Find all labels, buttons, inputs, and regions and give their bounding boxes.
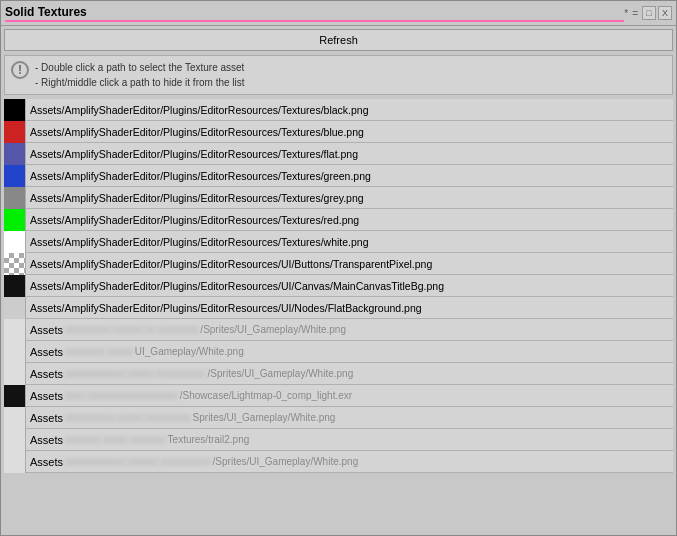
item-path-blurred: Assetsxxxx xxxxxxxxxxxxxxxxxx/Showcase/L… [26, 390, 352, 402]
color-swatch [4, 407, 26, 429]
item-path-blurred: Assetsxxxxxxxxx xxxxxx xx xxxxxxxx/Sprit… [26, 324, 346, 336]
refresh-button[interactable]: Refresh [4, 29, 673, 51]
item-path: Assets/AmplifyShaderEditor/Plugins/Edito… [26, 192, 368, 204]
list-item[interactable]: Assetsxxxxxxxxx xxxxxx xx xxxxxxxx/Sprit… [4, 319, 673, 341]
menu-icon: = [632, 8, 638, 19]
list-item[interactable]: Assets/AmplifyShaderEditor/Plugins/Edito… [4, 99, 673, 121]
pin-icon: * [624, 8, 628, 19]
title-bar: Solid Textures * = □ X [1, 1, 676, 26]
color-swatch [4, 319, 26, 341]
info-icon: ! [11, 61, 29, 79]
list-item[interactable]: Assets/AmplifyShaderEditor/Plugins/Edito… [4, 187, 673, 209]
list-item[interactable]: Assets/AmplifyShaderEditor/Plugins/Edito… [4, 143, 673, 165]
list-item[interactable]: Assets/AmplifyShaderEditor/Plugins/Edito… [4, 231, 673, 253]
list-item[interactable]: Assetsxxxx xxxxxxxxxxxxxxxxxx/Showcase/L… [4, 385, 673, 407]
info-text: - Double click a path to select the Text… [35, 60, 245, 90]
minimize-button[interactable]: □ [642, 6, 656, 20]
item-path: Assets/AmplifyShaderEditor/Plugins/Edito… [26, 214, 363, 226]
list-item[interactable]: Assetsxxxxxxxxxxxx xxxxx xxxxxxxxxx/Spri… [4, 363, 673, 385]
color-swatch [4, 209, 26, 231]
list-item[interactable]: Assets/AmplifyShaderEditor/Plugins/Edito… [4, 165, 673, 187]
color-swatch [4, 99, 26, 121]
list-item[interactable]: Assetsxxxxxxxxxxxx xxxxxx xxxxxxxxxx/Spr… [4, 451, 673, 473]
info-line2: - Right/middle click a path to hide it f… [35, 75, 245, 90]
item-path-blurred: Assetsxxxxxxxxxxxx xxxxx xxxxxxxxxx/Spri… [26, 368, 353, 380]
title-bar-controls: * = □ X [624, 6, 672, 20]
color-swatch [4, 451, 26, 473]
item-path: Assets/AmplifyShaderEditor/Plugins/Edito… [26, 280, 448, 292]
item-path-blurred: Assetsxxxxxxxxxx xxxxx xxxxxxxxxSprites/… [26, 412, 335, 424]
color-swatch [4, 385, 26, 407]
color-swatch [4, 231, 26, 253]
info-box: ! - Double click a path to select the Te… [4, 55, 673, 95]
item-path: Assets/AmplifyShaderEditor/Plugins/Edito… [26, 258, 436, 270]
item-path: Assets/AmplifyShaderEditor/Plugins/Edito… [26, 104, 373, 116]
color-swatch [4, 143, 26, 165]
list-item[interactable]: Assets/AmplifyShaderEditor/Plugins/Edito… [4, 275, 673, 297]
item-path: Assets/AmplifyShaderEditor/Plugins/Edito… [26, 170, 375, 182]
texture-list: Assets/AmplifyShaderEditor/Plugins/Edito… [4, 99, 673, 532]
color-swatch [4, 297, 26, 319]
list-item[interactable]: Assets/AmplifyShaderEditor/Plugins/Edito… [4, 297, 673, 319]
list-item[interactable]: Assetsxxxxxxxx xxxxxUI_Gameplay/White.pn… [4, 341, 673, 363]
item-path-blurred: Assetsxxxxxxx xxxxx xxxxxxxTextures/trai… [26, 434, 249, 446]
item-path: Assets/AmplifyShaderEditor/Plugins/Edito… [26, 148, 362, 160]
color-swatch [4, 275, 26, 297]
list-item[interactable]: Assetsxxxxxxx xxxxx xxxxxxxTextures/trai… [4, 429, 673, 451]
color-swatch [4, 341, 26, 363]
color-swatch [4, 187, 26, 209]
list-item[interactable]: Assets/AmplifyShaderEditor/Plugins/Edito… [4, 253, 673, 275]
color-swatch [4, 165, 26, 187]
color-swatch [4, 253, 26, 275]
color-swatch [4, 363, 26, 385]
item-path: Assets/AmplifyShaderEditor/Plugins/Edito… [26, 302, 426, 314]
window: Solid Textures * = □ X Refresh ! - Doubl… [0, 0, 677, 536]
item-path-blurred: Assetsxxxxxxxx xxxxxUI_Gameplay/White.pn… [26, 346, 244, 358]
color-swatch [4, 429, 26, 451]
color-swatch [4, 121, 26, 143]
close-button[interactable]: X [658, 6, 672, 20]
window-body: Refresh ! - Double click a path to selec… [1, 26, 676, 535]
info-line1: - Double click a path to select the Text… [35, 60, 245, 75]
list-item[interactable]: Assets/AmplifyShaderEditor/Plugins/Edito… [4, 209, 673, 231]
list-item[interactable]: Assetsxxxxxxxxxx xxxxx xxxxxxxxxSprites/… [4, 407, 673, 429]
window-title: Solid Textures [5, 5, 624, 22]
item-path: Assets/AmplifyShaderEditor/Plugins/Edito… [26, 126, 368, 138]
item-path-blurred: Assetsxxxxxxxxxxxx xxxxxx xxxxxxxxxx/Spr… [26, 456, 358, 468]
item-path: Assets/AmplifyShaderEditor/Plugins/Edito… [26, 236, 373, 248]
list-item[interactable]: Assets/AmplifyShaderEditor/Plugins/Edito… [4, 121, 673, 143]
